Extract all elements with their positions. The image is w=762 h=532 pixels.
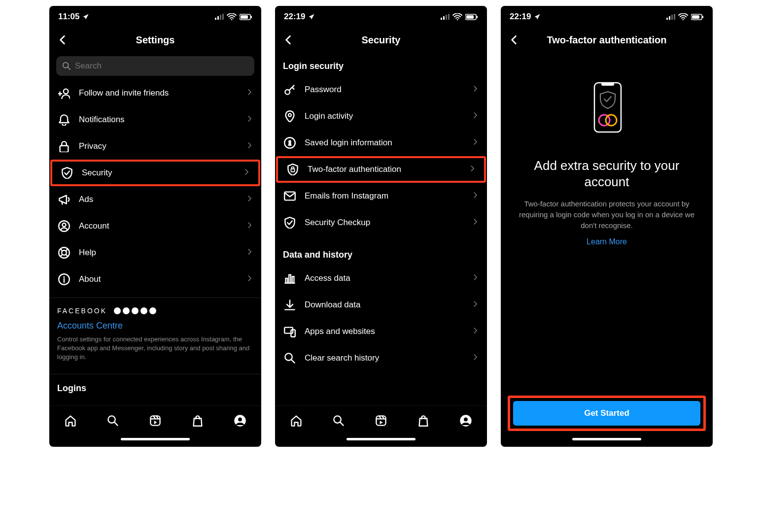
lock-icon [57,139,71,153]
row-ads[interactable]: Ads [49,186,261,213]
search-input[interactable] [75,61,248,71]
location-arrow-icon [82,13,89,20]
tab-shop[interactable] [416,413,431,428]
nav-header: Two-factor authentication [501,28,713,52]
chevron-right-icon [469,165,476,174]
section-login-security: Login security [275,52,487,76]
svg-rect-32 [601,83,614,86]
row-download-data[interactable]: Download data [275,292,487,318]
tab-home[interactable] [63,413,78,428]
chevron-right-icon [243,168,250,177]
row-label: Security [82,168,236,178]
chevron-right-icon [246,115,253,124]
wifi-icon [227,13,237,20]
bell-icon [57,113,71,127]
row-help[interactable]: Help [49,239,261,266]
tab-search[interactable] [331,413,346,428]
row-clear-search-history[interactable]: Clear search history [275,345,487,371]
row-security-checkup[interactable]: Security Checkup [275,209,487,236]
status-time: 22:19 [284,12,305,22]
location-arrow-icon [534,13,541,20]
tab-reels[interactable] [374,413,388,428]
chevron-right-icon [472,112,479,121]
row-follow-and-invite-friends[interactable]: Follow and invite friends [49,80,261,106]
tab-bar [275,405,487,435]
search-icon [283,351,297,365]
learn-more-link[interactable]: Learn More [587,237,627,246]
facebook-brand: FACEBOOK [57,307,253,315]
row-label: Clear search history [305,353,464,363]
logins-section-title: Logins [49,374,261,397]
row-notifications[interactable]: Notifications [49,106,261,133]
row-login-activity[interactable]: Login activity [275,103,487,130]
chevron-right-icon [246,142,253,151]
page-title: Two-factor authentication [547,34,667,46]
lifebuoy-icon [57,246,71,260]
profile-icon [459,414,472,427]
row-saved-login-information[interactable]: Saved login information [275,130,487,156]
get-started-button[interactable]: Get Started [513,401,700,426]
home-indicator[interactable] [275,435,487,447]
search-icon [333,415,345,427]
row-label: Follow and invite friends [79,88,239,98]
page-title: Security [362,34,401,46]
row-apps-and-websites[interactable]: Apps and websites [275,318,487,345]
row-two-factor-authentication[interactable]: Two-factor authentication [276,156,486,183]
row-privacy[interactable]: Privacy [49,133,261,160]
row-label: Saved login information [305,138,464,148]
tab-home[interactable] [289,413,304,428]
row-access-data[interactable]: Access data [275,265,487,292]
back-button[interactable] [506,32,521,48]
search-field[interactable] [56,56,254,76]
back-button[interactable] [280,32,296,48]
tab-shop[interactable] [190,413,205,428]
back-button[interactable] [54,32,70,48]
status-time: 22:19 [510,12,531,22]
facebook-description: Control settings for connected experienc… [57,335,253,362]
signal-icon [666,14,675,20]
accounts-centre-link[interactable]: Accounts Centre [57,321,123,331]
facebook-block: FACEBOOK Accounts Centre Control setting… [49,298,261,367]
row-account[interactable]: Account [49,213,261,239]
cta-highlight: Get Started [508,396,706,431]
pin-icon [283,109,297,123]
signal-icon [215,14,224,20]
row-label: Apps and websites [305,327,464,336]
tab-reels[interactable] [148,413,163,428]
row-label: Help [79,248,239,258]
row-security[interactable]: Security [50,160,260,186]
chevron-right-icon [472,354,479,363]
shop-icon [417,415,429,427]
row-label: Two-factor authentication [308,165,461,174]
wifi-icon [678,13,688,20]
add-person-icon [57,86,71,100]
row-password[interactable]: Password [275,76,487,103]
status-bar: 22:19 [501,6,713,28]
row-label: Login activity [305,111,464,121]
row-about[interactable]: About [49,266,261,293]
row-emails-from-instagram[interactable]: Emails from Instagram [275,183,487,209]
tfa-description: Two-factor authentication protects your … [513,199,701,231]
chevron-right-icon [246,275,253,284]
chevron-right-icon [472,138,479,147]
screen-two-factor: 22:19 Two-factor authentication Add extr… [501,6,713,447]
status-time: 11:05 [58,12,79,22]
chevron-right-icon [246,89,253,98]
devices-icon [283,325,297,338]
tab-profile[interactable] [233,413,247,428]
home-indicator[interactable] [501,435,713,447]
row-label: Privacy [79,141,239,151]
search-icon [107,415,119,427]
screen-settings: 11:05 Settings Follow and invite friends [49,6,261,447]
chevron-right-icon [246,195,253,204]
battery-icon [240,14,252,20]
chevron-right-icon [472,85,479,94]
tab-profile[interactable] [458,413,473,428]
download-icon [283,298,297,312]
screen-security: 22:19 Security Login security Password L… [275,6,487,447]
tab-search[interactable] [105,413,120,428]
row-label: Emails from Instagram [305,191,464,201]
home-indicator[interactable] [49,435,261,447]
bar-chart-icon [283,271,297,285]
keyhole-icon [283,136,297,150]
